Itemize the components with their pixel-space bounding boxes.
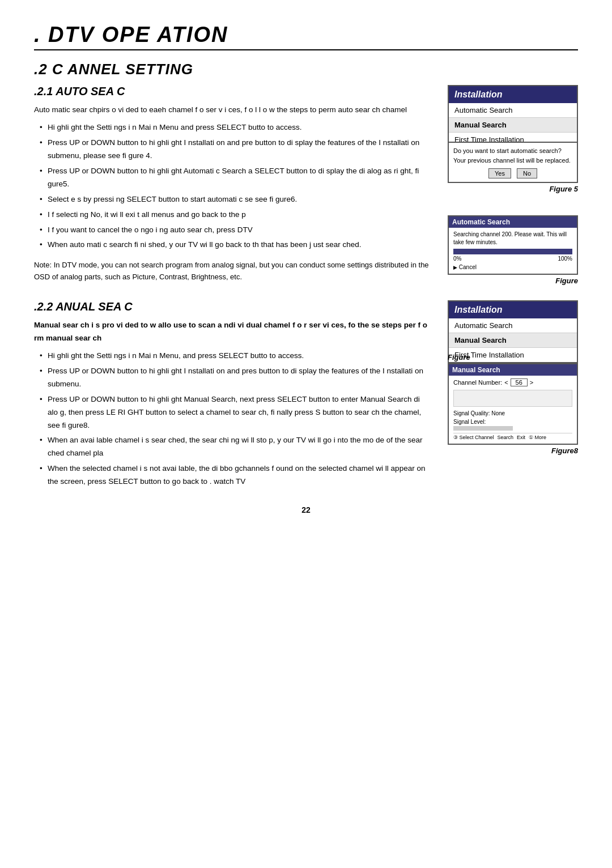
figure6-text: Searching channel 200. Please wait. This… [453,231,572,246]
figure8-footer: ③ Select Channel Search Exit ① More [453,433,572,440]
figure8-footer-exit: Exit [517,435,525,440]
install-box-1: Installation Automatic Search Manual Sea… [448,85,578,148]
figure8-right-arrow[interactable]: > [530,379,533,386]
page-title: . DTV OPE ATION [34,23,578,50]
figure6-pct-start: 0% [453,256,461,262]
figure8-left-arrow[interactable]: < [504,379,508,386]
section22-bullet-5: When the selected chamel i s not avai la… [40,462,431,488]
section21-bullet-2: Press UP or DOWN button to hi ghli ght I… [40,137,431,163]
section22-bullet-3: Press UP or DOWN button to hi ghli ght M… [40,393,431,432]
section21-bullet-1: Hi ghli ght the Setti ngs i n Mai n Menu… [40,121,431,134]
install-box-2-item-auto[interactable]: Automatic Search [449,318,577,333]
section-21: .2.1 AUTO SEA C Installation Automatic S… [34,85,578,283]
section2-title: .2 C ANNEL SETTING [34,61,578,78]
figure8-signal-bar [453,426,513,431]
figure6-progress-fill [453,249,572,254]
figure8-footer-search: Search [498,435,514,440]
figure8-footer-more: ① More [529,435,546,440]
section21-bullet-7: When auto mati c search fi ni shed, y ou… [40,239,431,252]
section21-note: Note: In DTV mode, you can not search pr… [34,259,431,283]
figure8-title: Manual Search [449,364,577,376]
figure5-no-button[interactable]: No [517,168,537,178]
section22-bullet-4: When an avai lable chamel i s sear ched,… [40,434,431,460]
section22-bullets: Hi ghli ght the Setti ngs i n Mai n Menu… [40,350,431,488]
section21-bullet-4: Select e s by pressi ng SELECT button to… [40,193,431,206]
section21-intro: Auto matic sear chpirs o vi ded to eaeh … [34,104,431,117]
figure8-label: Figure8 [448,446,578,455]
figure5-area: Do you want to start automatic search? Y… [448,142,578,193]
figure8-area: Figure Manual Search Channel Number: < 5… [448,351,578,455]
figure8-spacer [453,390,572,407]
figure8-signal-level-label: Signal Level: [453,419,572,425]
figure8-figure-label-top: Figure [448,353,578,361]
section-22: .2.2 ANUAL SEA C Installation Automatic … [34,300,578,488]
figure8-signal-quality: Signal Quality: None [453,410,572,416]
figure6-pct-end: 100% [558,256,572,262]
install-box-1-header: Installation [449,86,577,103]
section21-bullet-6: I f you want to cancel the o ngo i ng au… [40,224,431,237]
figure6-label: Figure [448,276,578,285]
section21-bullet-5: I f selecti ng No, it wi ll exi t all me… [40,209,431,222]
section21-bullet-3: Press UP or DOWN button to hi ghli ght A… [40,165,431,191]
install-box-1-item-manual[interactable]: Manual Search [449,118,577,133]
figure5-label: Figure 5 [448,185,578,193]
figure6-area: Automatic Search Searching channel 200. … [448,215,578,285]
figure8-footer-select: ③ Select Channel [453,435,494,440]
figure5-buttons: Yes No [453,168,572,178]
figure5-text: Do you want to start automatic search? Y… [453,146,572,165]
figure8-box: Manual Search Channel Number: < 56 > Sig… [448,363,578,445]
figure6-box: Automatic Search Searching channel 200. … [448,215,578,275]
section22-intro: Manual sear ch i s pro vi ded to w allo … [34,319,431,345]
figure6-cancel[interactable]: ▶ Cancel [453,264,572,270]
page-number: 22 [34,505,578,514]
figure8-channel-value[interactable]: 56 [511,378,528,386]
figure8-channel-label: Channel Number: [453,379,502,386]
section22-bullet-2: Press UP or DOWN button to hi ghli ght I… [40,365,431,391]
figure8-channel-row: Channel Number: < 56 > [453,378,572,386]
figure5-yes-button[interactable]: Yes [488,168,511,178]
figure6-title: Automatic Search [449,216,577,228]
figure6-progress-labels: 0% 100% [453,256,572,262]
install-box-2-item-manual[interactable]: Manual Search [449,333,577,348]
install-box-2-header: Installation [449,301,577,318]
section21-bullets: Hi ghli ght the Setti ngs i n Mai n Menu… [40,121,431,252]
install-box-1-item-auto[interactable]: Automatic Search [449,103,577,118]
figure6-progress-bar [453,249,572,254]
section22-bullet-1: Hi ghli ght the Setti ngs i n Mai n Menu… [40,350,431,363]
figure5-dialog: Do you want to start automatic search? Y… [448,142,578,183]
